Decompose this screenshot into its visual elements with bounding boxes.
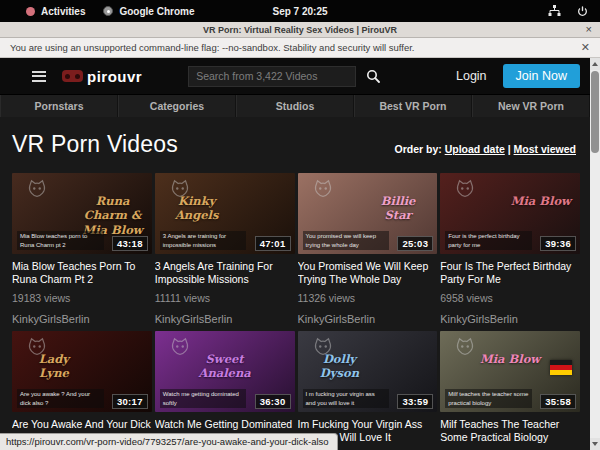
thumbnail-model-name: Lady Lyne [22, 352, 86, 381]
thumbnail-model-name: Mia Blow [478, 352, 542, 366]
vr-headset-icon [62, 70, 83, 82]
video-title-link[interactable]: Four Is The Perfect Birthday Party For M… [440, 260, 580, 285]
video-grid: Runa Charm & Mia Blow Mia Blow teaches p… [0, 158, 590, 450]
video-duration-badge: 30:17 [112, 394, 148, 409]
video-views: 11111 views [155, 292, 295, 304]
video-duration-badge: 47:01 [255, 236, 291, 251]
video-duration-badge: 36:30 [255, 394, 291, 409]
video-card[interactable]: Runa Charm & Mia Blow Mia Blow teaches p… [12, 173, 152, 326]
thumbnail-model-name: Billie Star [366, 194, 430, 223]
video-title-link[interactable]: 3 Angels Are Training For Impossible Mis… [155, 260, 295, 285]
thumbnail-caption: Watch me getting dominated softly [160, 389, 247, 408]
system-top-bar: Activities Google Chrome Sep 7 20:25 [0, 0, 600, 22]
video-duration-badge: 43:18 [112, 236, 148, 251]
video-card[interactable]: Billie Star You promised we will keep tr… [298, 173, 438, 326]
arrow-down-icon [592, 442, 598, 446]
scrollbar[interactable] [590, 58, 600, 450]
video-duration-badge: 25:03 [397, 236, 433, 251]
scrollbar-thumb[interactable] [591, 71, 599, 153]
video-thumbnail[interactable]: Kinky Angels 3 Angels are training for i… [155, 173, 295, 254]
video-title-link[interactable]: Mia Blow Teaches Porn To Runa Charm Pt 2 [12, 260, 152, 285]
site-header: pirouvr Login Join Now [0, 58, 590, 94]
login-link[interactable]: Login [456, 69, 487, 83]
order-by: Order by: Upload date | Most viewed [394, 143, 576, 158]
video-title-link[interactable]: Milf Teaches The Teacher Some Practical … [440, 418, 580, 443]
studio-watermark-icon [312, 178, 334, 200]
video-thumbnail[interactable]: Sweet Analena Watch me getting dominated… [155, 331, 295, 412]
page-head: VR Porn Videos Order by: Upload date | M… [0, 117, 590, 158]
scroll-down-button[interactable] [590, 438, 600, 450]
search-input[interactable] [188, 66, 356, 87]
order-by-label: Order by: [394, 143, 441, 155]
logo-text: pirouvr [87, 68, 142, 85]
join-now-button[interactable]: Join Now [503, 64, 580, 88]
site-logo[interactable]: pirouvr [62, 68, 142, 85]
nav-item-new-vr-porn[interactable]: New VR Porn [472, 95, 590, 117]
thumbnail-model-name: Sweet Analena [192, 352, 256, 381]
german-flag-icon [550, 360, 572, 375]
video-title-link[interactable]: You Promised We Will Keep Trying The Who… [298, 260, 438, 285]
thumbnail-caption: Milf teaches the teacher some practical … [445, 389, 532, 408]
video-thumbnail[interactable]: Mia Blow Milf teaches the teacher some p… [440, 331, 580, 412]
infobar-close-button[interactable]: ✕ [581, 41, 590, 54]
thumbnail-caption: 3 Angels are training for impossible mis… [160, 231, 247, 250]
nav-item-categories[interactable]: Categories [118, 95, 236, 117]
thumbnail-caption: Mia Blow teaches porn to Runa Charm pt 2 [17, 231, 104, 250]
chrome-infobar: You are using an unsupported command-lin… [0, 38, 600, 58]
thumbnail-model-name: Kinky Angels [165, 194, 229, 223]
power-icon[interactable] [577, 6, 588, 17]
thumbnail-model-name: Dolly Dyson [307, 352, 371, 381]
video-views: 19183 views [12, 292, 152, 304]
nav-item-best-vr-porn[interactable]: Best VR Porn [354, 95, 472, 117]
link-status-tooltip: https://pirouvr.com/vr-porn-video/779325… [0, 433, 338, 450]
clock[interactable]: Sep 7 20:25 [0, 6, 600, 17]
studio-watermark-icon [26, 178, 48, 200]
video-thumbnail[interactable]: Lady Lyne Are you awake ? And your dick … [12, 331, 152, 412]
thumbnail-caption: Are you awake ? And your dick also ? [17, 389, 104, 408]
video-views: 11326 views [298, 292, 438, 304]
video-card[interactable]: Mia Blow Four is the perfect birthday pa… [440, 173, 580, 326]
studio-watermark-icon [454, 336, 476, 358]
page-title: VR Porn Videos [12, 131, 178, 158]
window-title: VR Porn: Virtual Reality Sex Videos | Pi… [0, 25, 600, 35]
video-thumbnail[interactable]: Dolly Dyson I m fucking your virgin ass … [298, 331, 438, 412]
video-duration-badge: 35:58 [540, 394, 576, 409]
studio-watermark-icon [454, 178, 476, 200]
infobar-message: You are using an unsupported command-lin… [10, 42, 415, 53]
thumbnail-caption: I m fucking your virgin ass and you will… [303, 389, 390, 408]
search-bar [188, 66, 390, 87]
order-upload-date-link[interactable]: Upload date [445, 143, 505, 155]
studio-link[interactable]: KinkyGirlsBerlin [298, 313, 438, 326]
video-duration-badge: 39:36 [540, 236, 576, 251]
window-close-button[interactable]: × [586, 22, 592, 37]
search-button[interactable] [356, 66, 390, 87]
page-viewport: pirouvr Login Join Now [0, 58, 600, 450]
menu-hamburger-icon[interactable] [32, 68, 46, 84]
screen: Activities Google Chrome Sep 7 20:25 VR … [0, 0, 600, 450]
order-separator: | [508, 143, 511, 155]
video-card[interactable]: Kinky Angels 3 Angels are training for i… [155, 173, 295, 326]
video-card[interactable]: Mia Blow Milf teaches the teacher some p… [440, 331, 580, 450]
thumbnail-caption: You promised we will keep trying the who… [303, 231, 390, 250]
studio-link[interactable]: KinkyGirlsBerlin [155, 313, 295, 326]
search-icon [366, 69, 380, 83]
video-thumbnail[interactable]: Mia Blow Four is the perfect birthday pa… [440, 173, 580, 254]
scroll-up-button[interactable] [590, 58, 600, 70]
order-most-viewed-link[interactable]: Most viewed [514, 143, 576, 155]
studio-watermark-icon [169, 336, 191, 358]
nav-item-studios[interactable]: Studios [236, 95, 354, 117]
main-nav: Pornstars Categories Studios Best VR Por… [0, 94, 590, 117]
video-views: 6958 views [440, 292, 580, 304]
studio-link[interactable]: KinkyGirlsBerlin [12, 313, 152, 326]
video-thumbnail[interactable]: Runa Charm & Mia Blow Mia Blow teaches p… [12, 173, 152, 254]
nav-item-pornstars[interactable]: Pornstars [0, 95, 118, 117]
video-thumbnail[interactable]: Billie Star You promised we will keep tr… [298, 173, 438, 254]
thumbnail-model-name: Mia Blow [509, 194, 573, 208]
arrow-up-icon [592, 62, 598, 66]
thumbnail-caption: Four is the perfect birthday party for m… [445, 231, 532, 250]
video-duration-badge: 33:59 [397, 394, 433, 409]
network-tree-icon[interactable] [548, 5, 561, 17]
window-titlebar: VR Porn: Virtual Reality Sex Videos | Pi… [0, 22, 600, 38]
studio-link[interactable]: KinkyGirlsBerlin [440, 313, 580, 326]
